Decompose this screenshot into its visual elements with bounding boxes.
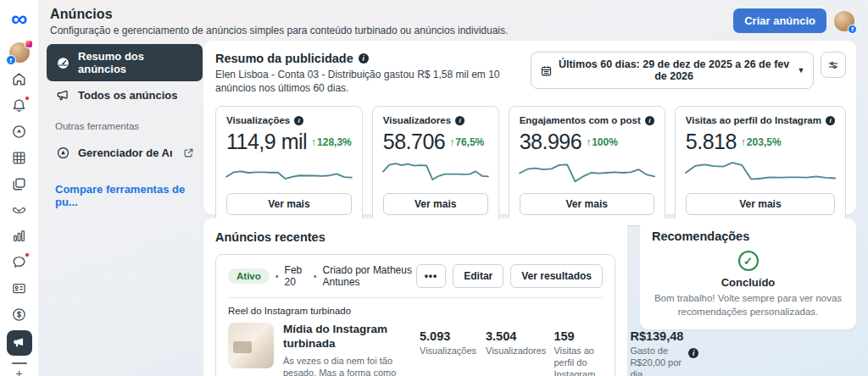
calendar-icon (540, 64, 553, 77)
stat-label: Gasto de R$20,00 por dia (630, 346, 683, 376)
sparkline-chart (383, 160, 488, 185)
engagement-hands-icon[interactable] (6, 197, 33, 224)
header-actions: Criar anúncio f (733, 8, 854, 33)
stat-value: 3.504 (486, 329, 540, 343)
separator-dot (275, 271, 279, 281)
status-badge: Ativo (228, 268, 270, 284)
page-title: Anúncios (50, 7, 508, 22)
metric-change: 203,5% (747, 136, 782, 148)
summary-title: Resumo da publicidade (215, 52, 353, 65)
ads-side-nav: Resumo dos anúncios Todos os anúncios Ou… (47, 44, 203, 208)
ad-creator: Criado por Matheus Antunes (323, 264, 416, 288)
arrow-up-icon (586, 136, 591, 148)
arrow-up-icon (741, 136, 746, 148)
summary-head: Resumo da publicidade Elen Lisboa - Cont… (215, 52, 846, 95)
sparkline-chart (686, 160, 835, 185)
metric-change: 128,3% (317, 136, 352, 148)
facebook-badge-icon: f (6, 55, 16, 65)
info-icon[interactable] (359, 53, 369, 64)
metric-label: Visualizadores (383, 115, 451, 125)
see-results-button[interactable]: Ver resultados (510, 264, 603, 288)
nav-item-resumo-dos-anuncios[interactable]: Resumo dos anúncios (47, 44, 203, 81)
stat-viewers: 3.504 Visualizadores (486, 329, 540, 376)
metric-change: 76,5% (455, 136, 484, 148)
notifications-bell-icon[interactable] (6, 92, 33, 119)
info-icon[interactable] (294, 116, 303, 125)
ad-stats: 5.093 Visualizações 3.504 Visualizadores… (420, 323, 693, 376)
stat-spend: R$139,48 Gasto de R$20,00 por dia (630, 329, 693, 376)
stat-label: Visualizações (420, 346, 472, 357)
monetization-dollar-icon[interactable] (6, 301, 33, 328)
divider (228, 297, 603, 298)
recommendations-title: Recomendações (652, 229, 844, 243)
summary-controls: Últimos 60 dias: 29 de dez de 2025 a 26 … (531, 52, 846, 89)
nav-item-label: Gerenciador de Anún... (78, 147, 172, 159)
ad-item-header: Ativo Feb 20 Criado por Matheus Antunes … (228, 264, 603, 288)
advertising-summary-card: Resumo da publicidade Elen Lisboa - Cont… (203, 41, 856, 214)
rail-divider (12, 362, 27, 364)
stat-label: Visitas ao perfil do Instagram (554, 346, 616, 376)
date-range-button[interactable]: Últimos 60 dias: 29 de dez de 2025 a 26 … (531, 52, 815, 89)
metric-value: 114,9 mil (226, 130, 307, 154)
ads-active-tile (7, 330, 32, 356)
stat-views: 5.093 Visualizações (420, 329, 472, 376)
sparkline-chart (520, 160, 654, 185)
insights-bar-chart-icon[interactable] (6, 224, 33, 250)
arrow-up-icon (311, 136, 316, 148)
external-link-icon (183, 147, 194, 158)
metric-card-visualizadores: Visualizadores 58.706 76,5% Ver mais (372, 106, 499, 226)
ad-actions: ••• Editar Ver resultados (416, 264, 603, 288)
messages-icon[interactable] (6, 249, 33, 275)
recent-ads-title: Anúncios recentes (215, 230, 615, 244)
create-ad-button[interactable]: Criar anúncio (733, 8, 826, 33)
more-options-button[interactable]: ••• (416, 264, 447, 288)
see-more-button[interactable]: Ver mais (383, 193, 488, 215)
info-icon[interactable] (455, 116, 465, 125)
recommendations-status: Concluído (721, 276, 776, 289)
metric-card-visualizacoes: Visualizações 114,9 mil 128,3% Ver mais (215, 106, 363, 226)
stat-label: Visualizadores (486, 346, 540, 357)
meta-logo-icon[interactable]: ∞ (11, 6, 27, 32)
boost-icon[interactable] (6, 119, 33, 145)
compare-tools-link[interactable]: Compare ferramentas de pu... (55, 183, 194, 208)
nav-item-label: Todos os anúncios (78, 89, 178, 102)
info-icon[interactable] (688, 348, 698, 358)
nav-item-todos-os-anuncios[interactable]: Todos os anúncios (47, 81, 203, 108)
nav-item-gerenciador-de-anuncios[interactable]: Gerenciador de Anún... (47, 139, 203, 166)
messages-dot (25, 252, 30, 257)
ad-thumbnail[interactable] (228, 323, 274, 368)
stat-value: 159 (554, 329, 616, 343)
adjust-settings-button[interactable] (821, 52, 846, 78)
separator-dot (314, 271, 317, 281)
home-icon[interactable] (6, 66, 33, 92)
sparkline-chart (226, 160, 352, 185)
notification-dot (25, 96, 30, 101)
rail-profile-avatar[interactable]: f (6, 40, 33, 66)
more-tools-icon[interactable]: + (15, 369, 22, 376)
edit-button[interactable]: Editar (453, 264, 504, 288)
ads-megaphone-icon-active[interactable] (6, 329, 33, 356)
metric-label: Visitas ao perfil do Instagram (686, 115, 821, 125)
see-more-button[interactable]: Ver mais (686, 193, 835, 215)
ad-name: Mídia do Instagram turbinada (283, 323, 410, 351)
chevron-down-icon: ▼ (797, 66, 804, 75)
content-icon[interactable] (6, 171, 33, 197)
page-info-card-icon[interactable] (6, 275, 33, 301)
user-avatar[interactable]: f (834, 11, 854, 31)
avatar: f (9, 42, 30, 63)
header-text: Anúncios Configuração e gerenciamento de… (50, 7, 508, 36)
info-icon[interactable] (645, 116, 654, 125)
summary-head-text: Resumo da publicidade Elen Lisboa - Cont… (215, 52, 531, 95)
metric-label: Engajamentos com o post (520, 115, 641, 125)
recommendations-card: Recomendações Concluído Bom trabalho! Vo… (640, 218, 856, 329)
info-icon[interactable] (826, 116, 835, 125)
see-more-button[interactable]: Ver mais (520, 193, 654, 215)
megaphone-outline-icon (55, 87, 70, 102)
recent-ads-card: Anúncios recentes Ativo Feb 20 Criado po… (203, 218, 627, 376)
stat-profile-visits: 159 Visitas ao perfil do Instagram (554, 329, 616, 376)
planner-grid-icon[interactable] (6, 145, 33, 171)
metric-card-visitas-perfil: Visitas ao perfil do Instagram 5.818 203… (675, 106, 846, 226)
ad-details-row: Mídia do Instagram turbinada Às vezes o … (228, 323, 603, 376)
see-more-button[interactable]: Ver mais (226, 193, 352, 215)
page-header: Anúncios Configuração e gerenciamento de… (38, 0, 868, 39)
